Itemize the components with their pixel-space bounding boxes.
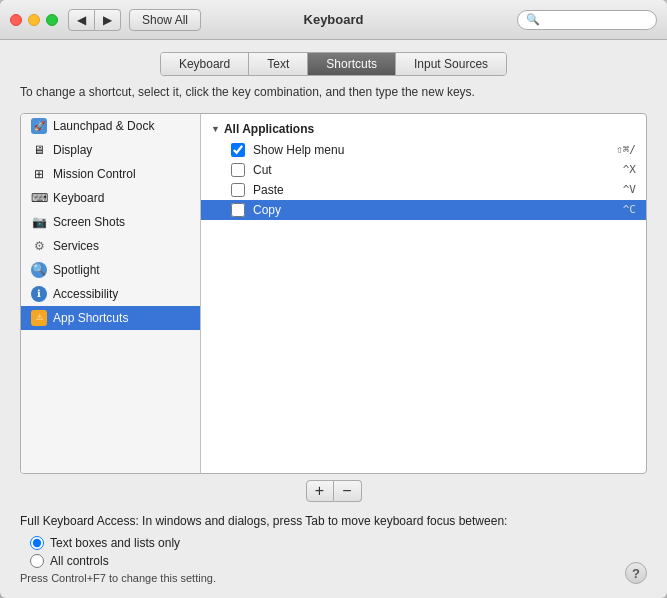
shortcuts-right-panel: ▼ All Applications Show Help menu ⇧⌘/ Cu…: [201, 114, 646, 473]
sidebar-label-display: Display: [53, 143, 92, 157]
radio-input-text-boxes[interactable]: [30, 536, 44, 550]
sidebar-label-app-shortcuts: App Shortcuts: [53, 311, 128, 325]
sidebar-item-services[interactable]: ⚙ Services: [21, 234, 200, 258]
all-apps-label: All Applications: [224, 122, 314, 136]
shortcut-checkbox-paste[interactable]: [231, 183, 245, 197]
sidebar-label-keyboard: Keyboard: [53, 191, 104, 205]
screenshots-icon: 📷: [31, 214, 47, 230]
remove-shortcut-button[interactable]: −: [334, 480, 362, 502]
sidebar-item-launchpad[interactable]: 🚀 Launchpad & Dock: [21, 114, 200, 138]
tab-text[interactable]: Text: [249, 53, 308, 75]
add-shortcut-button[interactable]: +: [306, 480, 334, 502]
nav-buttons: ◀ ▶: [68, 9, 121, 31]
shortcut-name-show-help: Show Help menu: [253, 143, 616, 157]
maximize-button[interactable]: [46, 14, 58, 26]
shortcut-name-paste: Paste: [253, 183, 623, 197]
sidebar-label-screenshots: Screen Shots: [53, 215, 125, 229]
shortcut-checkbox-cut[interactable]: [231, 163, 245, 177]
titlebar: ◀ ▶ Show All Keyboard 🔍: [0, 0, 667, 40]
accessibility-icon: ℹ: [31, 286, 47, 302]
launchpad-icon: 🚀: [31, 118, 47, 134]
control-hint: Press Control+F7 to change this setting.: [20, 572, 647, 584]
shortcut-keys-cut: ^X: [623, 163, 636, 176]
sidebar-item-screenshots[interactable]: 📷 Screen Shots: [21, 210, 200, 234]
tab-keyboard[interactable]: Keyboard: [161, 53, 249, 75]
tab-shortcuts[interactable]: Shortcuts: [308, 53, 396, 75]
full-keyboard-label: Full Keyboard Access: In windows and dia…: [20, 514, 647, 528]
shortcut-row-cut[interactable]: Cut ^X: [201, 160, 646, 180]
app-shortcuts-icon: ⚠: [31, 310, 47, 326]
tabs-container: Keyboard Text Shortcuts Input Sources: [0, 40, 667, 84]
close-button[interactable]: [10, 14, 22, 26]
search-input[interactable]: [544, 13, 648, 27]
sidebar-item-app-shortcuts[interactable]: ⚠ App Shortcuts: [21, 306, 200, 330]
window-title: Keyboard: [304, 12, 364, 27]
keyboard-window: ◀ ▶ Show All Keyboard 🔍 Keyboard Text Sh…: [0, 0, 667, 598]
sidebar-item-mission[interactable]: ⊞ Mission Control: [21, 162, 200, 186]
display-icon: 🖥: [31, 142, 47, 158]
mission-icon: ⊞: [31, 166, 47, 182]
sidebar-label-accessibility: Accessibility: [53, 287, 118, 301]
services-icon: ⚙: [31, 238, 47, 254]
sidebar: 🚀 Launchpad & Dock 🖥 Display ⊞ Mission C…: [21, 114, 201, 473]
search-box[interactable]: 🔍: [517, 10, 657, 30]
minimize-button[interactable]: [28, 14, 40, 26]
shortcut-keys-copy: ^C: [623, 203, 636, 216]
forward-button[interactable]: ▶: [95, 9, 121, 31]
bottom-section: Full Keyboard Access: In windows and dia…: [20, 502, 647, 588]
spotlight-icon: 🔍: [31, 262, 47, 278]
all-apps-header[interactable]: ▼ All Applications: [201, 118, 646, 140]
sidebar-item-accessibility[interactable]: ℹ Accessibility: [21, 282, 200, 306]
radio-all-controls[interactable]: All controls: [30, 554, 647, 568]
sidebar-item-spotlight[interactable]: 🔍 Spotlight: [21, 258, 200, 282]
radio-input-all-controls[interactable]: [30, 554, 44, 568]
main-panel: 🚀 Launchpad & Dock 🖥 Display ⊞ Mission C…: [20, 113, 647, 474]
sidebar-item-display[interactable]: 🖥 Display: [21, 138, 200, 162]
keyboard-icon: ⌨: [31, 190, 47, 206]
shortcuts-list: ▼ All Applications Show Help menu ⇧⌘/ Cu…: [201, 114, 646, 473]
sidebar-label-spotlight: Spotlight: [53, 263, 100, 277]
shortcut-row-show-help[interactable]: Show Help menu ⇧⌘/: [201, 140, 646, 160]
search-icon: 🔍: [526, 13, 540, 26]
shortcut-name-cut: Cut: [253, 163, 623, 177]
help-button[interactable]: ?: [625, 562, 647, 584]
back-button[interactable]: ◀: [68, 9, 95, 31]
shortcut-name-copy: Copy: [253, 203, 623, 217]
show-all-button[interactable]: Show All: [129, 9, 201, 31]
tab-input-sources[interactable]: Input Sources: [396, 53, 506, 75]
sidebar-label-mission: Mission Control: [53, 167, 136, 181]
instruction-text: To change a shortcut, select it, click t…: [20, 84, 647, 101]
content-area: To change a shortcut, select it, click t…: [0, 84, 667, 598]
shortcut-row-copy[interactable]: Copy ^C: [201, 200, 646, 220]
triangle-icon: ▼: [211, 124, 220, 134]
shortcut-keys-paste: ^V: [623, 183, 636, 196]
shortcut-checkbox-copy[interactable]: [231, 203, 245, 217]
shortcut-checkbox-show-help[interactable]: [231, 143, 245, 157]
radio-label-all-controls: All controls: [50, 554, 109, 568]
tabs: Keyboard Text Shortcuts Input Sources: [160, 52, 507, 76]
sidebar-label-launchpad: Launchpad & Dock: [53, 119, 154, 133]
add-remove-bar: + −: [20, 474, 647, 502]
sidebar-label-services: Services: [53, 239, 99, 253]
shortcut-keys-show-help: ⇧⌘/: [616, 143, 636, 156]
shortcut-row-paste[interactable]: Paste ^V: [201, 180, 646, 200]
radio-label-text-boxes: Text boxes and lists only: [50, 536, 180, 550]
radio-text-boxes[interactable]: Text boxes and lists only: [30, 536, 647, 550]
sidebar-item-keyboard[interactable]: ⌨ Keyboard: [21, 186, 200, 210]
traffic-lights: [10, 14, 58, 26]
